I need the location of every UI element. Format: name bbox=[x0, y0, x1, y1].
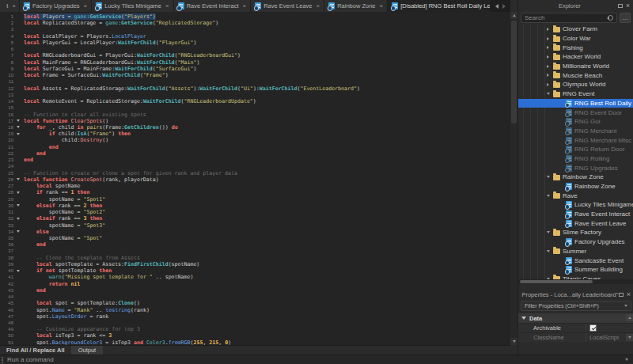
tree-folder-item[interactable]: Fishing bbox=[518, 43, 633, 52]
fold-arrow-icon[interactable] bbox=[17, 270, 20, 272]
code-line[interactable]: 43 end bbox=[0, 287, 510, 294]
tree-folder-item[interactable]: Slime Factory bbox=[518, 228, 633, 237]
data-section-header[interactable]: Data bbox=[518, 313, 633, 323]
command-bar[interactable]: Run a command bbox=[0, 355, 633, 364]
code-line[interactable]: 30 elseif rank == 2 then bbox=[0, 203, 510, 209]
editor-scrollbar-thumb[interactable] bbox=[511, 21, 517, 123]
chevron-down-icon[interactable] bbox=[624, 305, 627, 307]
close-tab-icon[interactable]: × bbox=[316, 3, 320, 9]
close-tab-icon[interactable]: × bbox=[165, 3, 169, 9]
code-line[interactable]: 25-- Function to create or clone a spot … bbox=[0, 170, 510, 176]
fold-arrow-icon[interactable] bbox=[17, 204, 20, 207]
code-line[interactable]: 28 if rank == 1 then bbox=[0, 189, 510, 195]
search-history-icon[interactable] bbox=[608, 15, 613, 21]
collapsed-arrow-icon[interactable] bbox=[545, 28, 551, 31]
code-line[interactable]: 36 end bbox=[0, 241, 510, 248]
tree-script-item[interactable]: Rave Event Interact bbox=[518, 210, 633, 219]
code-editor[interactable]: 1local Players = game:GetService("Player… bbox=[0, 12, 510, 345]
tree-folder-item[interactable]: Color War bbox=[518, 34, 633, 44]
code-line[interactable]: 34 else bbox=[0, 229, 510, 235]
code-line[interactable]: 40 if not spotTemplate then bbox=[0, 267, 510, 274]
tree-folder-item[interactable]: Millionaire World bbox=[518, 62, 633, 71]
tree-script-item[interactable]: RNG Best Roll Daily Le bbox=[518, 99, 633, 108]
code-line[interactable]: 14local RemoteEvent = ReplicatedStorage:… bbox=[0, 98, 510, 104]
expanded-arrow-icon[interactable] bbox=[545, 195, 551, 197]
fold-arrow-icon[interactable] bbox=[17, 230, 20, 233]
code-line[interactable]: 47 spot.LayoutOrder = rank bbox=[0, 313, 510, 320]
code-line[interactable]: 19 if child:IsA("Frame") then bbox=[0, 131, 510, 137]
code-line[interactable]: 29 spotName = "Spot1" bbox=[0, 196, 510, 203]
editor-tab[interactable]: Rainbow Zone× bbox=[324, 0, 387, 12]
close-tab-icon[interactable]: × bbox=[243, 3, 247, 9]
code-line[interactable]: 20 child:Destroy() bbox=[0, 137, 510, 143]
code-line[interactable]: 6 bbox=[0, 46, 510, 52]
code-line[interactable]: 8local MainFrame = RNGLeaderboardGui:Wai… bbox=[0, 59, 510, 66]
tree-folder-item[interactable]: Hacker World bbox=[518, 52, 633, 62]
fold-arrow-icon[interactable] bbox=[17, 218, 20, 220]
search-input[interactable]: Search bbox=[521, 13, 617, 23]
close-icon[interactable]: × bbox=[627, 291, 631, 298]
editor-scrollbar[interactable] bbox=[510, 12, 517, 345]
tree-script-item[interactable]: Rainbow Zone bbox=[518, 182, 633, 191]
editor-tab[interactable]: Rave Event Interact× bbox=[174, 0, 251, 12]
tree-script-item[interactable]: Summer Building bbox=[518, 265, 633, 275]
code-line[interactable]: 7local RNGLeaderboardGui = PlayerGui:Wai… bbox=[0, 52, 510, 59]
code-line[interactable]: 22 end bbox=[0, 150, 510, 157]
tree-script-item[interactable]: Lucky Tiles Minigame bbox=[518, 200, 633, 210]
collapsed-arrow-icon[interactable] bbox=[545, 37, 551, 40]
tab-scroll-left-icon[interactable] bbox=[495, 4, 498, 9]
code-line[interactable]: 32 elseif rank == 3 then bbox=[0, 215, 510, 222]
tree-script-item[interactable]: RNG Merchant bbox=[518, 127, 633, 136]
section-expand-icon[interactable] bbox=[521, 317, 526, 320]
code-line[interactable]: 48 bbox=[0, 320, 510, 326]
scroll-up-icon[interactable] bbox=[510, 12, 517, 19]
collapsed-arrow-icon[interactable] bbox=[545, 74, 551, 77]
close-tab-icon[interactable]: × bbox=[12, 3, 16, 9]
code-line[interactable]: 12local Assets = ReplicatedStorage:WaitF… bbox=[0, 85, 510, 92]
more-options-button[interactable]: … bbox=[620, 13, 631, 23]
float-window-icon[interactable] bbox=[618, 4, 623, 8]
expanded-arrow-icon[interactable] bbox=[545, 231, 551, 233]
code-line[interactable]: 21 end bbox=[0, 144, 510, 150]
tree-script-item[interactable]: RNG Return Door bbox=[518, 145, 633, 154]
tree-script-item[interactable]: RNG Upgrades bbox=[518, 163, 633, 173]
code-line[interactable]: 24 bbox=[0, 163, 510, 169]
editor-tab[interactable]: Factory Upgrades× bbox=[20, 0, 91, 12]
tree-folder-item[interactable]: Clover Farm bbox=[518, 25, 633, 34]
drag-grip-icon[interactable] bbox=[2, 357, 3, 363]
filter-properties-input[interactable]: Filter Properties (Ctrl+Shift+P) bbox=[521, 301, 631, 311]
code-line[interactable]: 17local function ClearSpots() bbox=[0, 118, 510, 124]
code-line[interactable]: 23end bbox=[0, 157, 510, 163]
tree-script-item[interactable]: RNG Event Door bbox=[518, 108, 633, 117]
code-line[interactable]: 2local ReplicatedStorage = game:GetServi… bbox=[0, 20, 510, 26]
tree-script-item[interactable]: RNG Gui bbox=[518, 117, 633, 127]
code-line[interactable]: 3 bbox=[0, 26, 510, 32]
scroll-down-icon[interactable] bbox=[510, 338, 517, 345]
code-line[interactable]: 41 warn("Missing spot template for " .. … bbox=[0, 274, 510, 280]
tab-scroll-right-icon[interactable] bbox=[502, 4, 506, 9]
editor-tab[interactable]: Rave Event Leave× bbox=[251, 0, 324, 12]
code-line[interactable]: 42 return nil bbox=[0, 281, 510, 287]
code-line[interactable]: 1local Players = game:GetService("Player… bbox=[0, 13, 510, 20]
code-line[interactable]: 44 bbox=[0, 294, 510, 300]
collapsed-arrow-icon[interactable] bbox=[545, 46, 551, 49]
code-line[interactable]: 10local Frame = SurfaceGui:WaitForChild(… bbox=[0, 72, 510, 78]
expanded-arrow-icon[interactable] bbox=[545, 93, 551, 95]
editor-tab[interactable]: [Disabled] RNG Best Roll Daily Leaderboa… bbox=[388, 0, 490, 12]
props-scroll-down-icon[interactable] bbox=[626, 334, 633, 341]
explorer-hscrollbar[interactable] bbox=[518, 279, 633, 284]
close-tab-icon[interactable]: × bbox=[84, 3, 88, 9]
collapsed-arrow-icon[interactable] bbox=[545, 55, 551, 59]
expanded-arrow-icon[interactable] bbox=[545, 250, 551, 252]
fold-arrow-icon[interactable] bbox=[17, 178, 20, 180]
tree-folder-item[interactable]: Rainbow Zone bbox=[518, 173, 633, 182]
code-line[interactable]: 11 bbox=[0, 78, 510, 85]
tree-script-item[interactable]: Sandcastle Event bbox=[518, 256, 633, 265]
code-line[interactable]: 50 local isTop3 = rank <= 3 bbox=[0, 332, 510, 339]
code-line[interactable]: 31 spotName = "Spot2" bbox=[0, 209, 510, 215]
editor-tab[interactable]: t× bbox=[0, 0, 19, 12]
close-icon[interactable]: × bbox=[626, 2, 630, 9]
tree-folder-item[interactable]: Olympus World bbox=[518, 80, 633, 89]
archivable-checkbox[interactable] bbox=[589, 324, 597, 332]
code-line[interactable]: 46 spot.Name = "Rank" .. tostring(rank) bbox=[0, 307, 510, 313]
